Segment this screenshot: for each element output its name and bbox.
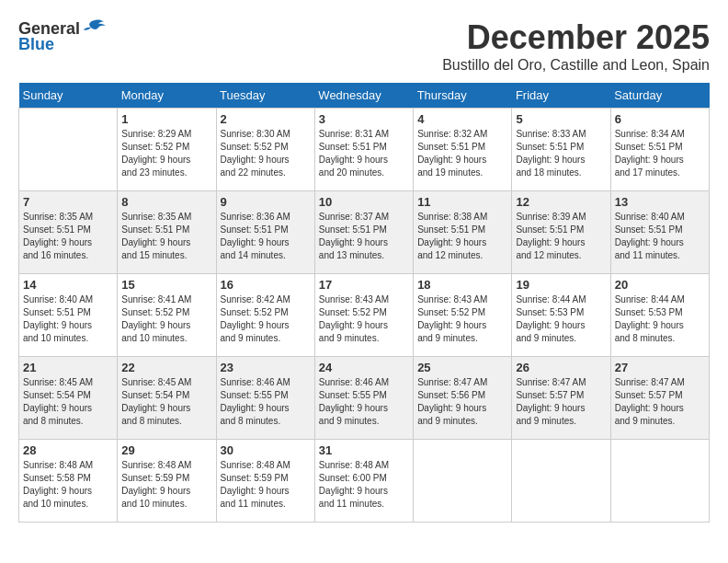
- day-info: Sunrise: 8:44 AMSunset: 5:53 PMDaylight:…: [615, 293, 705, 345]
- calendar-week-row: 7 Sunrise: 8:35 AMSunset: 5:51 PMDayligh…: [19, 191, 710, 274]
- table-row: [19, 109, 118, 191]
- header-friday: Friday: [512, 83, 610, 109]
- day-info: Sunrise: 8:46 AMSunset: 5:55 PMDaylight:…: [221, 376, 311, 428]
- day-number: 20: [615, 278, 705, 292]
- day-info: Sunrise: 8:31 AMSunset: 5:51 PMDaylight:…: [319, 128, 409, 179]
- day-number: 19: [516, 278, 606, 292]
- calendar-header-row: Sunday Monday Tuesday Wednesday Thursday…: [19, 83, 710, 109]
- table-row: 3 Sunrise: 8:31 AMSunset: 5:51 PMDayligh…: [314, 109, 413, 191]
- day-info: Sunrise: 8:45 AMSunset: 5:54 PMDaylight:…: [121, 376, 211, 428]
- day-info: Sunrise: 8:47 AMSunset: 5:56 PMDaylight:…: [417, 376, 507, 428]
- day-info: Sunrise: 8:47 AMSunset: 5:57 PMDaylight:…: [615, 376, 705, 428]
- day-number: 13: [615, 195, 705, 209]
- day-info: Sunrise: 8:36 AMSunset: 5:51 PMDaylight:…: [221, 211, 311, 262]
- day-number: 31: [319, 443, 409, 457]
- table-row: 28 Sunrise: 8:48 AMSunset: 5:58 PMDaylig…: [19, 440, 118, 523]
- day-number: 16: [221, 278, 311, 292]
- table-row: 2 Sunrise: 8:30 AMSunset: 5:52 PMDayligh…: [216, 109, 314, 191]
- table-row: 6 Sunrise: 8:34 AMSunset: 5:51 PMDayligh…: [610, 109, 709, 191]
- title-section: December 2025 Bustillo del Oro, Castille…: [442, 18, 710, 74]
- header-wednesday: Wednesday: [314, 83, 413, 109]
- calendar-week-row: 1 Sunrise: 8:29 AMSunset: 5:52 PMDayligh…: [19, 109, 710, 191]
- table-row: [414, 440, 512, 523]
- logo-bird-icon: [82, 18, 108, 39]
- day-number: 8: [121, 195, 211, 209]
- table-row: 31 Sunrise: 8:48 AMSunset: 6:00 PMDaylig…: [314, 440, 413, 523]
- table-row: 7 Sunrise: 8:35 AMSunset: 5:51 PMDayligh…: [19, 191, 118, 274]
- day-number: 7: [23, 195, 113, 209]
- day-number: 15: [121, 278, 211, 292]
- day-info: Sunrise: 8:46 AMSunset: 5:55 PMDaylight:…: [319, 376, 409, 428]
- table-row: 21 Sunrise: 8:45 AMSunset: 5:54 PMDaylig…: [19, 357, 118, 440]
- header-thursday: Thursday: [414, 83, 512, 109]
- day-info: Sunrise: 8:40 AMSunset: 5:51 PMDaylight:…: [615, 211, 705, 262]
- day-number: 22: [121, 361, 211, 374]
- day-number: 28: [23, 443, 113, 457]
- month-title: December 2025: [442, 18, 710, 57]
- table-row: 17 Sunrise: 8:43 AMSunset: 5:52 PMDaylig…: [314, 274, 413, 357]
- day-number: 10: [319, 195, 409, 209]
- table-row: 8 Sunrise: 8:35 AMSunset: 5:51 PMDayligh…: [118, 191, 216, 274]
- table-row: 19 Sunrise: 8:44 AMSunset: 5:53 PMDaylig…: [512, 274, 610, 357]
- table-row: 26 Sunrise: 8:47 AMSunset: 5:57 PMDaylig…: [512, 357, 610, 440]
- table-row: 29 Sunrise: 8:48 AMSunset: 5:59 PMDaylig…: [118, 440, 216, 523]
- day-number: 21: [23, 361, 113, 374]
- table-row: 11 Sunrise: 8:38 AMSunset: 5:51 PMDaylig…: [414, 191, 512, 274]
- day-number: 4: [417, 112, 507, 126]
- day-number: 23: [221, 361, 311, 374]
- day-number: 2: [221, 112, 311, 126]
- header-monday: Monday: [118, 83, 216, 109]
- day-info: Sunrise: 8:43 AMSunset: 5:52 PMDaylight:…: [319, 293, 409, 345]
- calendar-week-row: 21 Sunrise: 8:45 AMSunset: 5:54 PMDaylig…: [19, 357, 710, 440]
- table-row: 12 Sunrise: 8:39 AMSunset: 5:51 PMDaylig…: [512, 191, 610, 274]
- location-title: Bustillo del Oro, Castille and Leon, Spa…: [442, 57, 710, 74]
- day-info: Sunrise: 8:48 AMSunset: 5:59 PMDaylight:…: [221, 459, 311, 511]
- day-number: 29: [121, 443, 211, 457]
- day-info: Sunrise: 8:35 AMSunset: 5:51 PMDaylight:…: [121, 211, 211, 262]
- table-row: 22 Sunrise: 8:45 AMSunset: 5:54 PMDaylig…: [118, 357, 216, 440]
- day-number: 11: [417, 195, 507, 209]
- day-info: Sunrise: 8:39 AMSunset: 5:51 PMDaylight:…: [516, 211, 606, 262]
- header-tuesday: Tuesday: [216, 83, 314, 109]
- calendar: Sunday Monday Tuesday Wednesday Thursday…: [18, 83, 710, 523]
- day-number: 27: [615, 361, 705, 374]
- table-row: 18 Sunrise: 8:43 AMSunset: 5:52 PMDaylig…: [414, 274, 512, 357]
- table-row: 9 Sunrise: 8:36 AMSunset: 5:51 PMDayligh…: [216, 191, 314, 274]
- day-info: Sunrise: 8:43 AMSunset: 5:52 PMDaylight:…: [417, 293, 507, 345]
- day-info: Sunrise: 8:34 AMSunset: 5:51 PMDaylight:…: [615, 128, 705, 179]
- day-number: 17: [319, 278, 409, 292]
- table-row: 23 Sunrise: 8:46 AMSunset: 5:55 PMDaylig…: [216, 357, 314, 440]
- day-number: 12: [516, 195, 606, 209]
- table-row: 15 Sunrise: 8:41 AMSunset: 5:52 PMDaylig…: [118, 274, 216, 357]
- day-info: Sunrise: 8:48 AMSunset: 6:00 PMDaylight:…: [319, 459, 409, 511]
- day-number: 9: [221, 195, 311, 209]
- day-info: Sunrise: 8:41 AMSunset: 5:52 PMDaylight:…: [121, 293, 211, 345]
- day-info: Sunrise: 8:42 AMSunset: 5:52 PMDaylight:…: [221, 293, 311, 345]
- header-sunday: Sunday: [19, 83, 118, 109]
- day-info: Sunrise: 8:44 AMSunset: 5:53 PMDaylight:…: [516, 293, 606, 345]
- day-number: 14: [23, 278, 113, 292]
- table-row: [512, 440, 610, 523]
- day-info: Sunrise: 8:45 AMSunset: 5:54 PMDaylight:…: [23, 376, 113, 428]
- day-number: 18: [417, 278, 507, 292]
- day-number: 5: [516, 112, 606, 126]
- calendar-week-row: 28 Sunrise: 8:48 AMSunset: 5:58 PMDaylig…: [19, 440, 710, 523]
- table-row: 20 Sunrise: 8:44 AMSunset: 5:53 PMDaylig…: [610, 274, 709, 357]
- calendar-week-row: 14 Sunrise: 8:40 AMSunset: 5:51 PMDaylig…: [19, 274, 710, 357]
- header-saturday: Saturday: [610, 83, 709, 109]
- table-row: 30 Sunrise: 8:48 AMSunset: 5:59 PMDaylig…: [216, 440, 314, 523]
- table-row: 27 Sunrise: 8:47 AMSunset: 5:57 PMDaylig…: [610, 357, 709, 440]
- day-info: Sunrise: 8:37 AMSunset: 5:51 PMDaylight:…: [319, 211, 409, 262]
- day-number: 24: [319, 361, 409, 374]
- day-number: 3: [319, 112, 409, 126]
- table-row: 13 Sunrise: 8:40 AMSunset: 5:51 PMDaylig…: [610, 191, 709, 274]
- day-number: 26: [516, 361, 606, 374]
- day-info: Sunrise: 8:35 AMSunset: 5:51 PMDaylight:…: [23, 211, 113, 262]
- day-number: 25: [417, 361, 507, 374]
- table-row: 16 Sunrise: 8:42 AMSunset: 5:52 PMDaylig…: [216, 274, 314, 357]
- table-row: 10 Sunrise: 8:37 AMSunset: 5:51 PMDaylig…: [314, 191, 413, 274]
- day-info: Sunrise: 8:32 AMSunset: 5:51 PMDaylight:…: [417, 128, 507, 179]
- table-row: 25 Sunrise: 8:47 AMSunset: 5:56 PMDaylig…: [414, 357, 512, 440]
- header: General Blue December 2025 Bustillo del …: [18, 18, 710, 74]
- day-info: Sunrise: 8:47 AMSunset: 5:57 PMDaylight:…: [516, 376, 606, 428]
